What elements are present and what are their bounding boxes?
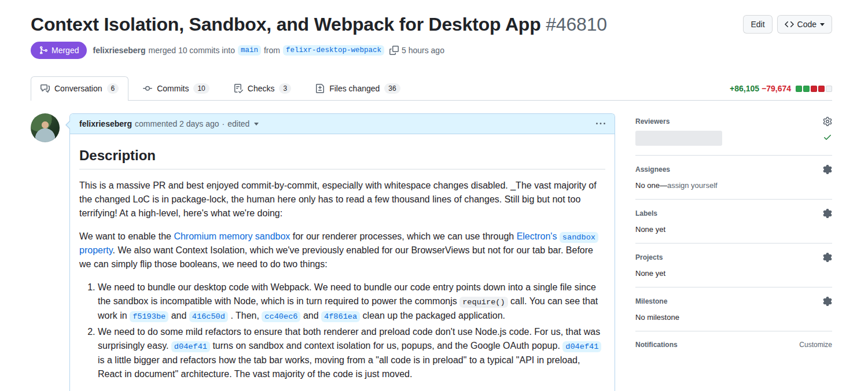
- reviewer-row: [635, 131, 832, 146]
- chromium-sandbox-link[interactable]: Chromium memory sandbox: [174, 231, 290, 241]
- p2-link-text: property: [79, 245, 113, 255]
- milestone-title: Milestone: [635, 297, 667, 305]
- commit-sha: 4f861ea: [321, 311, 360, 322]
- gear-icon[interactable]: [823, 209, 832, 218]
- commit-link[interactable]: d04ef41: [562, 341, 601, 351]
- kebab-menu-icon[interactable]: [596, 119, 605, 128]
- paragraph-2: We want to enable the Chromium memory sa…: [79, 230, 605, 271]
- pr-description-comment: felixrieseberg commented 2 days ago · ed…: [31, 113, 615, 391]
- assignees-none-text: No one—: [635, 181, 667, 190]
- tab-conversation-count: 6: [107, 83, 119, 94]
- pr-status-row: Merged felixrieseberg merged 10 commits …: [31, 42, 832, 59]
- commit-link[interactable]: 416c50d: [189, 311, 228, 320]
- commit-sha: f5193be: [130, 311, 168, 322]
- copy-branch-icon[interactable]: [389, 46, 399, 55]
- sidebar-section-assignees: Assignees No one—assign yourself: [635, 165, 832, 200]
- labels-title: Labels: [635, 209, 657, 217]
- code-icon: [785, 20, 794, 29]
- chevron-down-icon: [820, 23, 825, 26]
- li1-text: and: [168, 311, 189, 320]
- comment-dot-separator: ·: [222, 119, 225, 128]
- diffstat-block-add: [796, 86, 802, 92]
- page-title: Context Isolation, Sandbox, and Webpack …: [31, 13, 743, 36]
- comment-box: felixrieseberg commented 2 days ago · ed…: [69, 113, 615, 391]
- edit-button[interactable]: Edit: [743, 15, 772, 34]
- assignees-value: No one—assign yourself: [635, 181, 832, 190]
- edit-button-label: Edit: [751, 20, 764, 29]
- li2-text: turns on sandbox and context isolation f…: [210, 341, 562, 351]
- sidebar-section-labels: Labels None yet: [635, 209, 832, 244]
- diffstat-block-neutral: [826, 86, 832, 92]
- reviewers-title: Reviewers: [635, 117, 670, 126]
- tab-conversation-label: Conversation: [54, 82, 102, 95]
- checklist-icon: [234, 84, 243, 93]
- merge-from-text: from: [264, 46, 280, 55]
- pr-number: #46810: [546, 14, 607, 35]
- customize-link[interactable]: Customize: [799, 341, 832, 349]
- list-item: We need to do some mild refactors to ens…: [98, 325, 605, 381]
- commit-sha: d04ef41: [171, 341, 210, 352]
- commit-link[interactable]: d04ef41: [171, 341, 210, 351]
- tab-checks-count: 3: [279, 83, 291, 94]
- assign-yourself-link[interactable]: assign yourself: [667, 181, 718, 190]
- p2-text: . We also want Context Isolation, which …: [79, 245, 593, 269]
- sidebar-section-reviewers: Reviewers: [635, 117, 832, 156]
- gear-icon[interactable]: [823, 117, 832, 126]
- commit-sha: d04ef41: [562, 341, 601, 352]
- li1-text: and: [300, 311, 321, 320]
- gear-icon[interactable]: [823, 297, 832, 306]
- approved-check-icon: [823, 132, 832, 144]
- sandbox-code-span: sandbox: [560, 232, 598, 243]
- pr-tabnav: Conversation 6 Commits 10 Checks 3 Files…: [31, 76, 832, 101]
- diffstat-block-add: [803, 86, 810, 92]
- reviewer-redacted: [635, 131, 722, 146]
- list-item: We need to bundle our desktop code with …: [98, 281, 605, 323]
- tab-commits-label: Commits: [157, 82, 189, 95]
- edited-dropdown-icon[interactable]: [254, 123, 259, 126]
- commit-link[interactable]: f5193be: [130, 311, 168, 320]
- diffstat-block-del: [818, 86, 825, 92]
- milestone-value: No milestone: [635, 313, 832, 322]
- comment-caret: [65, 120, 70, 130]
- head-branch-label[interactable]: felixr-desktop-webpack: [283, 45, 384, 56]
- pr-header: Context Isolation, Sandbox, and Webpack …: [31, 13, 832, 36]
- pr-page: Context Isolation, Sandbox, and Webpack …: [0, 0, 868, 391]
- labels-value: None yet: [635, 225, 832, 234]
- pr-sidebar: Reviewers Assignees No one—assign yourse…: [635, 113, 832, 358]
- tab-checks[interactable]: Checks 3: [224, 76, 301, 100]
- comment-edited-label[interactable]: edited: [227, 119, 249, 128]
- commit-sha: cc40ec6: [262, 311, 300, 322]
- commit-link[interactable]: 4f861ea: [321, 311, 360, 320]
- gear-icon[interactable]: [823, 165, 832, 174]
- merge-summary: felixrieseberg merged 10 commits into ma…: [93, 45, 444, 56]
- comment-timestamp[interactable]: commented 2 days ago: [135, 119, 219, 128]
- p2-text: We want to enable the: [79, 231, 174, 241]
- tab-files-changed[interactable]: Files changed 36: [306, 76, 410, 100]
- header-actions: Edit Code: [743, 13, 832, 34]
- diffstat-deletions: −79,674: [762, 84, 791, 93]
- commit-sha: 416c50d: [189, 311, 228, 322]
- li1-text: . Then,: [228, 311, 262, 320]
- merged-badge-label: Merged: [52, 45, 79, 56]
- tab-conversation[interactable]: Conversation 6: [31, 76, 128, 101]
- paragraph-1-text: This is a massive PR and best enjoyed co…: [79, 180, 597, 218]
- gear-icon[interactable]: [823, 253, 832, 262]
- comment-body: Description This is a massive PR and bes…: [70, 134, 615, 391]
- avatar[interactable]: [31, 113, 60, 142]
- code-button-label: Code: [797, 20, 816, 29]
- assignees-title: Assignees: [635, 165, 670, 174]
- merge-author-link[interactable]: felixrieseberg: [93, 46, 145, 55]
- tab-files-changed-count: 36: [384, 83, 400, 94]
- commit-link[interactable]: cc40ec6: [262, 311, 300, 320]
- comment-author-link[interactable]: felixrieseberg: [79, 119, 132, 128]
- merge-timestamp: 5 hours ago: [402, 46, 444, 55]
- paragraph-1: This is a massive PR and best enjoyed co…: [79, 179, 605, 220]
- comment-header: felixrieseberg commented 2 days ago · ed…: [70, 114, 615, 134]
- merge-summary-text: merged 10 commits into: [149, 46, 235, 55]
- tab-commits[interactable]: Commits 10: [133, 76, 219, 100]
- li2-text: is a little bigger and refactors how the…: [98, 355, 580, 379]
- code-dropdown-button[interactable]: Code: [777, 15, 832, 34]
- git-commit-icon: [143, 84, 152, 93]
- base-branch-label[interactable]: main: [238, 45, 261, 56]
- sidebar-section-projects: Projects None yet: [635, 253, 832, 287]
